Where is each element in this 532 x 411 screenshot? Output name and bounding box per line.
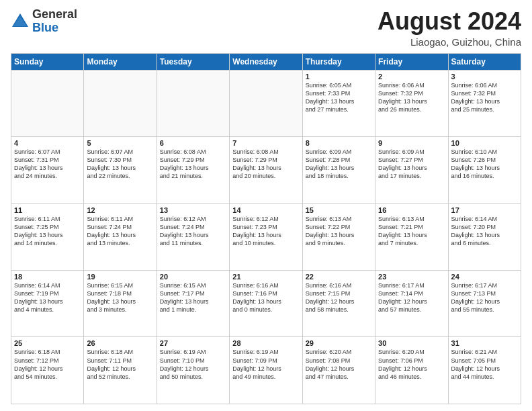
calendar-cell: 15Sunrise: 6:13 AM Sunset: 7:22 PM Dayli…	[302, 203, 375, 270]
calendar-cell: 23Sunrise: 6:17 AM Sunset: 7:14 PM Dayli…	[375, 271, 448, 337]
weekday-header-row: SundayMondayTuesdayWednesdayThursdayFrid…	[11, 53, 521, 70]
day-info: Sunrise: 6:11 AM Sunset: 7:24 PM Dayligh…	[87, 215, 153, 248]
calendar-cell: 30Sunrise: 6:20 AM Sunset: 7:06 PM Dayli…	[375, 337, 448, 404]
day-number: 16	[378, 206, 445, 214]
day-number: 2	[378, 73, 445, 81]
calendar-cell: 17Sunrise: 6:14 AM Sunset: 7:20 PM Dayli…	[448, 203, 521, 270]
day-number: 24	[451, 273, 518, 281]
day-info: Sunrise: 6:12 AM Sunset: 7:23 PM Dayligh…	[232, 215, 299, 248]
day-info: Sunrise: 6:13 AM Sunset: 7:21 PM Dayligh…	[378, 215, 445, 248]
day-info: Sunrise: 6:05 AM Sunset: 7:33 PM Dayligh…	[306, 81, 372, 114]
day-number: 9	[378, 139, 445, 147]
location: Liaogao, Guizhou, China	[378, 36, 521, 48]
day-info: Sunrise: 6:14 AM Sunset: 7:19 PM Dayligh…	[14, 281, 81, 314]
day-info: Sunrise: 6:09 AM Sunset: 7:27 PM Dayligh…	[378, 148, 445, 181]
weekday-header-sunday: Sunday	[11, 53, 84, 70]
weekday-header-friday: Friday	[375, 53, 448, 70]
calendar-cell	[230, 70, 302, 136]
day-number: 28	[232, 339, 299, 347]
day-info: Sunrise: 6:19 AM Sunset: 7:10 PM Dayligh…	[160, 348, 226, 381]
day-info: Sunrise: 6:15 AM Sunset: 7:18 PM Dayligh…	[87, 281, 153, 314]
page: General Blue August 2024 Liaogao, Guizho…	[0, 0, 532, 411]
week-row-2: 11Sunrise: 6:11 AM Sunset: 7:25 PM Dayli…	[11, 203, 521, 270]
calendar-cell: 12Sunrise: 6:11 AM Sunset: 7:24 PM Dayli…	[84, 203, 157, 270]
calendar-cell: 29Sunrise: 6:20 AM Sunset: 7:08 PM Dayli…	[302, 337, 375, 404]
day-info: Sunrise: 6:15 AM Sunset: 7:17 PM Dayligh…	[160, 281, 226, 314]
logo: General Blue	[11, 8, 77, 35]
calendar-cell	[157, 70, 229, 136]
month-title: August 2024	[378, 8, 521, 35]
calendar-cell: 22Sunrise: 6:16 AM Sunset: 7:15 PM Dayli…	[302, 271, 375, 337]
day-number: 18	[14, 273, 81, 281]
day-info: Sunrise: 6:21 AM Sunset: 7:05 PM Dayligh…	[451, 348, 518, 381]
calendar-cell: 7Sunrise: 6:08 AM Sunset: 7:29 PM Daylig…	[230, 137, 302, 203]
day-number: 13	[160, 206, 226, 214]
calendar-cell: 21Sunrise: 6:16 AM Sunset: 7:16 PM Dayli…	[230, 271, 302, 337]
calendar-cell: 20Sunrise: 6:15 AM Sunset: 7:17 PM Dayli…	[157, 271, 229, 337]
day-number: 17	[451, 206, 518, 214]
day-info: Sunrise: 6:08 AM Sunset: 7:29 PM Dayligh…	[160, 148, 226, 181]
day-number: 26	[87, 339, 153, 347]
calendar-cell: 31Sunrise: 6:21 AM Sunset: 7:05 PM Dayli…	[448, 337, 521, 404]
calendar-cell	[84, 70, 157, 136]
day-number: 25	[14, 339, 81, 347]
calendar-cell: 10Sunrise: 6:10 AM Sunset: 7:26 PM Dayli…	[448, 137, 521, 203]
day-info: Sunrise: 6:09 AM Sunset: 7:28 PM Dayligh…	[306, 148, 372, 181]
weekday-header-wednesday: Wednesday	[230, 53, 302, 70]
weekday-header-thursday: Thursday	[302, 53, 375, 70]
day-number: 5	[87, 139, 153, 147]
day-info: Sunrise: 6:18 AM Sunset: 7:11 PM Dayligh…	[87, 348, 153, 381]
day-info: Sunrise: 6:06 AM Sunset: 7:32 PM Dayligh…	[451, 81, 518, 114]
calendar-cell: 2Sunrise: 6:06 AM Sunset: 7:32 PM Daylig…	[375, 70, 448, 136]
day-number: 1	[306, 73, 372, 81]
svg-marker-1	[13, 16, 27, 26]
calendar-cell: 1Sunrise: 6:05 AM Sunset: 7:33 PM Daylig…	[302, 70, 375, 136]
week-row-4: 25Sunrise: 6:18 AM Sunset: 7:12 PM Dayli…	[11, 337, 521, 404]
week-row-0: 1Sunrise: 6:05 AM Sunset: 7:33 PM Daylig…	[11, 70, 521, 136]
day-number: 31	[451, 339, 518, 347]
calendar-cell: 25Sunrise: 6:18 AM Sunset: 7:12 PM Dayli…	[11, 337, 84, 404]
calendar-cell: 28Sunrise: 6:19 AM Sunset: 7:09 PM Dayli…	[230, 337, 302, 404]
calendar-cell: 11Sunrise: 6:11 AM Sunset: 7:25 PM Dayli…	[11, 203, 84, 270]
day-info: Sunrise: 6:18 AM Sunset: 7:12 PM Dayligh…	[14, 348, 81, 381]
calendar-cell: 16Sunrise: 6:13 AM Sunset: 7:21 PM Dayli…	[375, 203, 448, 270]
calendar-table: SundayMondayTuesdayWednesdayThursdayFrid…	[11, 53, 521, 404]
day-info: Sunrise: 6:07 AM Sunset: 7:30 PM Dayligh…	[87, 148, 153, 181]
day-number: 4	[14, 139, 81, 147]
logo-icon	[11, 12, 30, 31]
calendar-cell: 5Sunrise: 6:07 AM Sunset: 7:30 PM Daylig…	[84, 137, 157, 203]
calendar-cell: 4Sunrise: 6:07 AM Sunset: 7:31 PM Daylig…	[11, 137, 84, 203]
day-info: Sunrise: 6:20 AM Sunset: 7:08 PM Dayligh…	[306, 348, 372, 381]
calendar-cell: 24Sunrise: 6:17 AM Sunset: 7:13 PM Dayli…	[448, 271, 521, 337]
day-info: Sunrise: 6:16 AM Sunset: 7:15 PM Dayligh…	[306, 281, 372, 314]
day-info: Sunrise: 6:16 AM Sunset: 7:16 PM Dayligh…	[232, 281, 299, 314]
calendar-cell: 13Sunrise: 6:12 AM Sunset: 7:24 PM Dayli…	[157, 203, 229, 270]
logo-general-text: General	[32, 7, 77, 21]
weekday-header-saturday: Saturday	[448, 53, 521, 70]
calendar-cell: 19Sunrise: 6:15 AM Sunset: 7:18 PM Dayli…	[84, 271, 157, 337]
header: General Blue August 2024 Liaogao, Guizho…	[11, 8, 521, 48]
weekday-header-monday: Monday	[84, 53, 157, 70]
calendar-cell: 9Sunrise: 6:09 AM Sunset: 7:27 PM Daylig…	[375, 137, 448, 203]
day-info: Sunrise: 6:10 AM Sunset: 7:26 PM Dayligh…	[451, 148, 518, 181]
day-info: Sunrise: 6:17 AM Sunset: 7:13 PM Dayligh…	[451, 281, 518, 314]
day-info: Sunrise: 6:20 AM Sunset: 7:06 PM Dayligh…	[378, 348, 445, 381]
week-row-1: 4Sunrise: 6:07 AM Sunset: 7:31 PM Daylig…	[11, 137, 521, 203]
day-number: 7	[232, 139, 299, 147]
title-block: August 2024 Liaogao, Guizhou, China	[378, 8, 521, 48]
day-info: Sunrise: 6:13 AM Sunset: 7:22 PM Dayligh…	[306, 215, 372, 248]
day-number: 12	[87, 206, 153, 214]
day-number: 30	[378, 339, 445, 347]
day-info: Sunrise: 6:17 AM Sunset: 7:14 PM Dayligh…	[378, 281, 445, 314]
day-number: 11	[14, 206, 81, 214]
day-info: Sunrise: 6:11 AM Sunset: 7:25 PM Dayligh…	[14, 215, 81, 248]
day-info: Sunrise: 6:19 AM Sunset: 7:09 PM Dayligh…	[232, 348, 299, 381]
calendar-cell: 18Sunrise: 6:14 AM Sunset: 7:19 PM Dayli…	[11, 271, 84, 337]
calendar-cell: 26Sunrise: 6:18 AM Sunset: 7:11 PM Dayli…	[84, 337, 157, 404]
day-number: 23	[378, 273, 445, 281]
day-info: Sunrise: 6:08 AM Sunset: 7:29 PM Dayligh…	[232, 148, 299, 181]
weekday-header-tuesday: Tuesday	[157, 53, 229, 70]
logo-blue-text: Blue	[32, 21, 58, 34]
day-number: 14	[232, 206, 299, 214]
day-number: 10	[451, 139, 518, 147]
